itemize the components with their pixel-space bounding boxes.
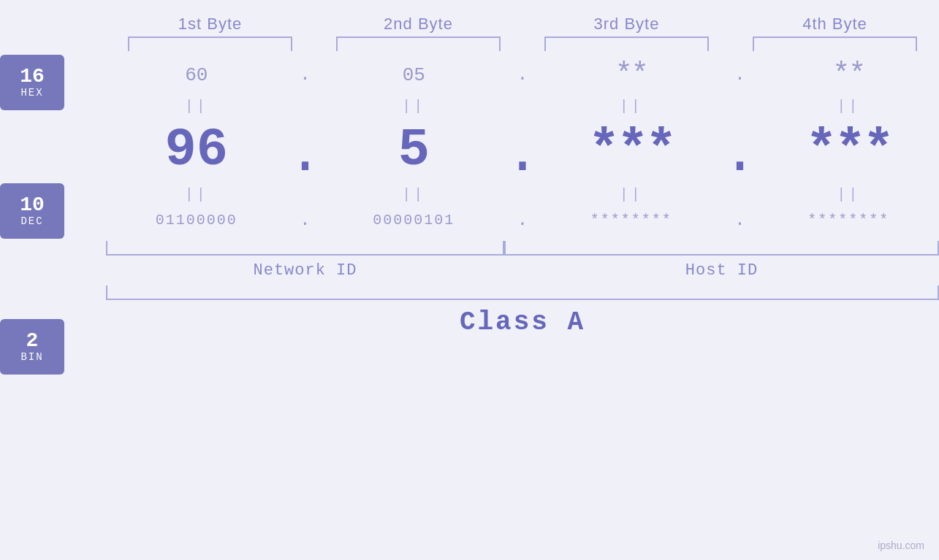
equals-row-2: || || || || <box>106 180 939 209</box>
dot-hex-3: . <box>722 65 759 85</box>
dec-b2: 5 <box>324 122 505 180</box>
dot-hex-1: . <box>287 65 324 85</box>
byte1-header: 1st Byte <box>106 15 314 34</box>
eq2-b3: || <box>541 186 722 203</box>
eq2-b2: || <box>324 186 505 203</box>
byte3-header: 3rd Byte <box>522 15 731 34</box>
dec-badge: 10 DEC <box>0 183 64 239</box>
hex-values-row: 60 . 05 . ** . ** <box>106 58 939 91</box>
dec-num: 10 <box>20 195 45 215</box>
values-grid: 60 . 05 . ** . ** || || || || 96 . 5 . *… <box>106 51 939 230</box>
watermark: ipshu.com <box>878 540 924 551</box>
dec-values-row: 96 . 5 . *** . *** <box>106 122 939 180</box>
eq1-b2: || <box>324 98 505 115</box>
base-labels: 16 HEX 10 DEC 2 BIN <box>0 0 106 375</box>
host-id-label: Host ID <box>504 261 939 280</box>
eq1-b4: || <box>759 98 940 115</box>
equals-row-1: || || || || <box>106 91 939 120</box>
byte-headers: 1st Byte 2nd Byte 3rd Byte 4th Byte <box>0 15 939 34</box>
dec-b4: *** <box>759 122 940 180</box>
dot-bin-2: . <box>504 210 541 230</box>
dot-dec-1: . <box>287 131 324 178</box>
dot-bin-3: . <box>722 210 759 230</box>
hex-b2: 05 <box>324 64 505 86</box>
id-labels-row: Network ID Host ID <box>106 261 939 280</box>
dec-label: DEC <box>20 215 43 227</box>
dec-b1: 96 <box>106 122 287 180</box>
dot-bin-1: . <box>287 210 324 230</box>
eq1-b1: || <box>106 98 287 115</box>
bracket-byte3 <box>544 37 709 51</box>
class-label: Class A <box>460 307 585 337</box>
eq2-b1: || <box>106 186 287 203</box>
bin-num: 2 <box>26 331 39 351</box>
hex-num: 16 <box>20 66 45 87</box>
bin-b2: 00000101 <box>324 212 505 229</box>
hex-b3: ** <box>541 58 722 91</box>
network-id-label: Network ID <box>106 261 504 280</box>
top-brackets <box>0 37 939 51</box>
main-container: 1st Byte 2nd Byte 3rd Byte 4th Byte 16 H… <box>0 0 939 560</box>
bracket-byte2 <box>336 37 501 51</box>
bin-b1: 01100000 <box>106 212 287 229</box>
hex-label: HEX <box>20 87 43 99</box>
hex-b4: ** <box>759 58 940 91</box>
hex-badge: 16 HEX <box>0 55 64 110</box>
bracket-byte4 <box>753 37 917 51</box>
byte4-header: 4th Byte <box>731 15 939 34</box>
dec-b3: *** <box>541 122 722 180</box>
dot-dec-3: . <box>722 131 759 178</box>
bin-values-row: 01100000 . 00000101 . ******** . *******… <box>106 210 939 230</box>
hex-b1: 60 <box>106 64 287 86</box>
dot-hex-2: . <box>504 65 541 85</box>
bin-label: BIN <box>20 351 43 363</box>
bin-b3: ******** <box>541 212 722 229</box>
bracket-byte1 <box>128 37 292 51</box>
big-bracket <box>106 285 939 300</box>
host-bracket <box>504 241 939 256</box>
byte2-header: 2nd Byte <box>314 15 522 34</box>
bottom-section: Network ID Host ID Class A <box>106 234 939 337</box>
eq1-b3: || <box>541 98 722 115</box>
dot-dec-2: . <box>504 131 541 178</box>
bottom-brackets <box>106 234 939 256</box>
bin-b4: ******** <box>759 212 940 229</box>
bin-badge: 2 BIN <box>0 319 64 375</box>
eq2-b4: || <box>759 186 940 203</box>
network-bracket <box>106 241 504 256</box>
